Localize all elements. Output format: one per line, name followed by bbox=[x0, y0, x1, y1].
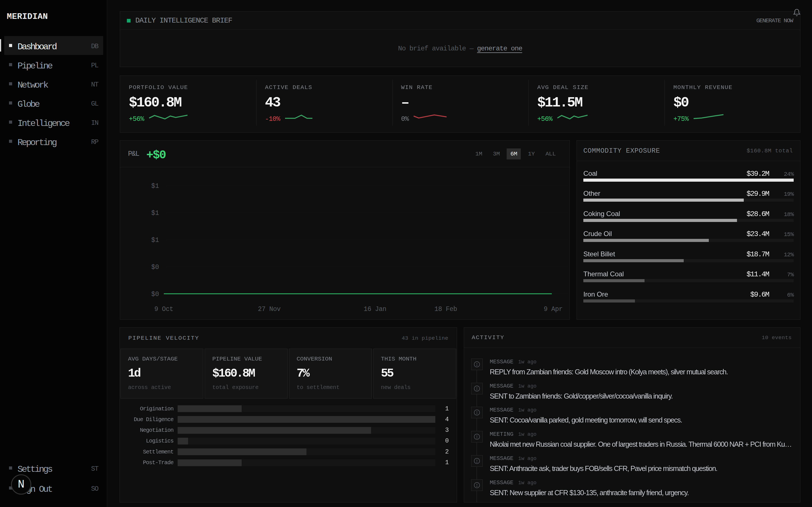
svg-text:$1: $1 bbox=[151, 210, 159, 217]
svg-text:18 Feb: 18 Feb bbox=[435, 305, 457, 313]
svg-text:$0: $0 bbox=[151, 291, 159, 298]
svg-text:$1: $1 bbox=[151, 237, 159, 244]
svg-text:27 Nov: 27 Nov bbox=[258, 305, 281, 313]
svg-text:16 Jan: 16 Jan bbox=[364, 305, 386, 313]
svg-text:$0: $0 bbox=[151, 264, 159, 271]
svg-text:$1: $1 bbox=[151, 182, 159, 190]
svg-text:9 Oct: 9 Oct bbox=[154, 305, 173, 313]
svg-text:9 Apr: 9 Apr bbox=[544, 305, 562, 313]
